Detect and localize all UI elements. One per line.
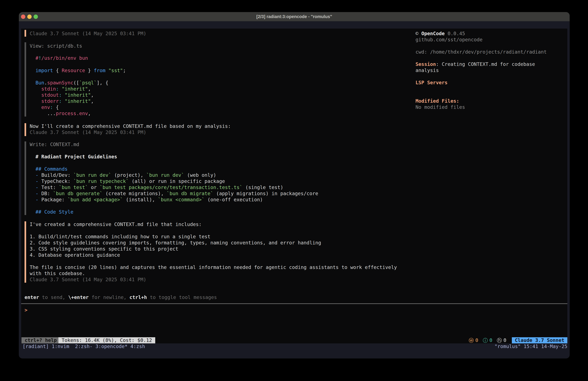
message-timestamp: Claude 3.7 Sonnet (14 May 2025 03:41 PM) bbox=[30, 129, 146, 135]
key-label: \+enter bbox=[68, 294, 89, 300]
code-token: { bbox=[53, 68, 62, 73]
message-text: The file is concise (20 lines) and captu… bbox=[30, 264, 397, 270]
md-list-item: - Build/Dev: `bun run dev` (project), `b… bbox=[36, 172, 216, 178]
code-token: ], { bbox=[97, 80, 108, 86]
code-token: ! bbox=[38, 55, 41, 61]
md-bullet: - bbox=[36, 179, 41, 184]
code-token: env bbox=[41, 104, 50, 110]
model-chip[interactable]: Claude 3.7 Sonnet bbox=[512, 337, 567, 343]
lsp-servers-header: LSP Servers bbox=[416, 80, 448, 86]
md-text: (project), bbox=[111, 172, 146, 178]
md-text: Build/Dev: bbox=[41, 172, 73, 178]
code-token: stdout bbox=[41, 92, 59, 98]
code-token: process.env bbox=[56, 111, 88, 116]
message-list-item: 4. Database operations guidance bbox=[30, 252, 120, 258]
md-inline-code: `bun db generate` bbox=[53, 191, 103, 196]
md-bullet: - bbox=[36, 172, 41, 178]
code-token: { bbox=[53, 104, 59, 110]
message-list-item: 3. CSS styling conventions specific to t… bbox=[30, 246, 178, 252]
diagnostics-counters: ⓦ0 ⓘ0 ⓗ0 bbox=[469, 337, 506, 343]
message-list-item: 2. Code style guidelines covering import… bbox=[30, 240, 321, 246]
terminal-body: Claude 3.7 Sonnet (14 May 2025 03:41 PM)… bbox=[19, 21, 570, 359]
md-bullet: - bbox=[36, 184, 41, 190]
key-label: enter bbox=[24, 294, 39, 300]
tmux-window-list[interactable]: [radiant] 1:nvim 2:zsh- 3:opencode* 4:zs… bbox=[22, 343, 145, 350]
repo-link: github.com/sst/opencode bbox=[416, 37, 483, 43]
session-value-wrap: analysis bbox=[416, 67, 439, 73]
md-inline-code: `bun test` bbox=[59, 184, 88, 190]
md-text: (create migrations), bbox=[103, 191, 167, 196]
info-count-badge: ⓘ0 bbox=[483, 337, 492, 343]
code-token: Bun bbox=[36, 80, 44, 86]
md-heading-2: ## Code Style bbox=[36, 209, 73, 215]
code-token: , bbox=[88, 111, 91, 116]
code-token: : bbox=[50, 104, 53, 110]
keybinding-hint: enter to send, \+enter for newline, ctrl… bbox=[24, 294, 217, 300]
message-timestamp: Claude 3.7 Sonnet (14 May 2025 03:41 PM) bbox=[30, 277, 146, 283]
md-text: (apply migrations) in packages/core bbox=[213, 191, 318, 196]
md-heading-1: # Radiant Project Guidelines bbox=[36, 154, 117, 160]
copyright-icon: © bbox=[416, 31, 421, 36]
code-token: `psql` bbox=[79, 80, 97, 86]
code-token: , bbox=[88, 86, 91, 92]
code-token: stdin bbox=[41, 86, 56, 92]
md-list-item: - DB: `bun db generate` (create migratio… bbox=[36, 190, 318, 197]
code-line: ...process.env, bbox=[47, 111, 91, 116]
cwd-path: cwd: /home/thdxr/dev/projects/radiant/ra… bbox=[416, 49, 547, 55]
code-token bbox=[62, 92, 64, 98]
code-line: #!/usr/bin/env bun bbox=[36, 55, 88, 61]
code-token: , bbox=[91, 92, 94, 98]
code-token: import bbox=[36, 68, 53, 73]
status-bar: ctrl+? help Tokens: 16.4K (8%), Cost: $0… bbox=[21, 337, 567, 343]
md-text: (all) or run in specific package bbox=[129, 179, 225, 184]
message-text: Now I'll create a comprehensive CONTEXT.… bbox=[30, 123, 231, 129]
hint-text: for newline, bbox=[89, 294, 129, 300]
code-token: "inherit" bbox=[62, 86, 88, 92]
code-token: : bbox=[59, 92, 62, 98]
code-token: stderr bbox=[41, 98, 59, 104]
message-input[interactable]: > bbox=[21, 306, 567, 315]
opencode-pane: Claude 3.7 Sonnet (14 May 2025 03:41 PM)… bbox=[21, 29, 567, 343]
tool-accent-bar bbox=[24, 141, 26, 215]
md-bullet: - bbox=[36, 191, 41, 196]
hint-count-badge: ⓗ0 bbox=[497, 337, 506, 343]
message-text: with this codebase. bbox=[30, 270, 85, 277]
help-chip[interactable]: ctrl+? help bbox=[21, 337, 60, 343]
md-text: or bbox=[88, 184, 100, 190]
modified-files-empty: No modified files bbox=[416, 104, 465, 110]
md-bullet: - bbox=[36, 197, 41, 202]
hint-text: to send, bbox=[39, 294, 68, 300]
code-token bbox=[62, 98, 64, 104]
md-text: (web only) bbox=[184, 172, 216, 178]
message-accent-bar bbox=[24, 30, 26, 37]
code-token: Resource bbox=[62, 68, 85, 73]
code-token: spawnSync bbox=[47, 80, 73, 86]
md-inline-code: `bun run dev` bbox=[73, 172, 111, 178]
code-line: env: { bbox=[41, 104, 59, 111]
tool-title: View: script/db.ts bbox=[30, 43, 82, 49]
code-token: ... bbox=[47, 111, 56, 116]
code-token: . bbox=[44, 80, 47, 86]
message-accent-bar bbox=[24, 123, 26, 136]
code-line: stdout: "inherit", bbox=[41, 92, 94, 98]
code-token bbox=[105, 68, 108, 73]
terminal-window: [2/3] radiant:3:opencode - "romulus" Cla… bbox=[19, 12, 570, 359]
prompt-caret: > bbox=[24, 307, 27, 313]
md-inline-code: `bunx <command>` bbox=[158, 197, 205, 202]
md-inline-code: `bun run dev` bbox=[146, 172, 184, 178]
tmux-status-bar: [radiant] 1:nvim 2:zsh- 3:opencode* 4:zs… bbox=[19, 343, 570, 350]
md-text: Test: bbox=[41, 184, 59, 190]
app-version: 0.0.45 bbox=[445, 31, 465, 36]
app-logo: © OpenCode 0.0.45 bbox=[416, 30, 465, 37]
message-timestamp: Claude 3.7 Sonnet (14 May 2025 03:41 PM) bbox=[30, 30, 146, 37]
input-separator bbox=[21, 303, 567, 304]
md-inline-code: `bun test packages/core/test/transaction… bbox=[100, 184, 242, 190]
code-token: # bbox=[36, 55, 38, 61]
hint-text: to toggle tool messages bbox=[147, 294, 217, 300]
code-token: from bbox=[94, 68, 105, 73]
warning-icon: ⓦ bbox=[469, 337, 474, 343]
tmux-session-clock: "romulus" 15:41 14-May-25 bbox=[494, 343, 567, 350]
code-token: } bbox=[85, 68, 94, 73]
md-list-item: - Test: `bun test` or `bun test packages… bbox=[36, 184, 283, 190]
info-icon: ⓘ bbox=[483, 337, 488, 343]
